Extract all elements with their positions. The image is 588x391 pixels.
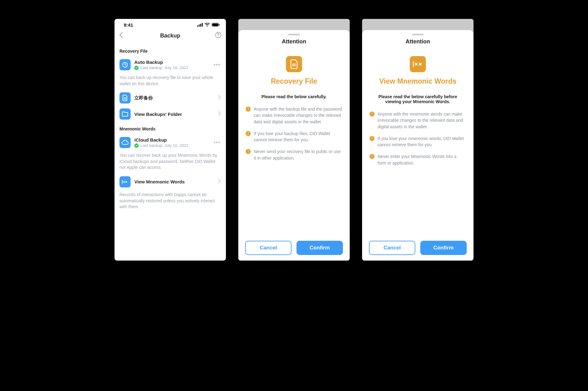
help-button[interactable] bbox=[215, 32, 222, 40]
status-bar: 9:41 bbox=[115, 19, 226, 29]
warning-list: ! Anyone with the mnemonic words can mak… bbox=[369, 111, 467, 166]
sheet-instruction: Please read the below carefully before v… bbox=[369, 94, 467, 104]
warning-text: Never send your recovery file to public … bbox=[254, 148, 342, 161]
row-view-mnemonic[interactable]: View Mnemonic Words bbox=[119, 174, 221, 190]
exclamation-icon: ! bbox=[370, 154, 374, 159]
sheet-title: Attention bbox=[245, 38, 343, 45]
warning-text: If you lose your backup files, DID Walle… bbox=[254, 130, 342, 143]
exclamation-icon: ! bbox=[246, 131, 251, 136]
cancel-label: Cancel bbox=[383, 245, 401, 251]
warning-list: ! Anyone with the backup file and the pa… bbox=[245, 106, 343, 161]
cancel-label: Cancel bbox=[260, 245, 277, 251]
cloud-icon bbox=[119, 137, 131, 148]
row-view-backups-folder[interactable]: View Backups' Folder bbox=[119, 106, 221, 122]
folder-icon bbox=[119, 108, 131, 120]
row-backup-now[interactable]: 立即备份 bbox=[119, 90, 221, 106]
warning-item: ! Never enter your Mnemonic Words into a… bbox=[370, 153, 466, 166]
row-auto-backup[interactable]: Auto Backup Last backup: July 10, 2022 •… bbox=[119, 57, 221, 73]
sheet-heading: View Mnemonic Words bbox=[369, 77, 467, 86]
svg-rect-2 bbox=[200, 24, 201, 27]
sheet-title: Attention bbox=[369, 38, 467, 45]
warning-item: ! Anyone with the mnemonic words can mak… bbox=[370, 111, 466, 130]
more-icon[interactable]: ••• bbox=[213, 62, 221, 68]
backup-now-label: 立即备份 bbox=[134, 95, 218, 101]
confirm-button[interactable]: Confirm bbox=[420, 241, 467, 255]
warning-text: Anyone with the backup file and the pass… bbox=[254, 106, 342, 125]
file-icon bbox=[119, 92, 131, 103]
section-recovery-file: Recovery File bbox=[119, 49, 221, 54]
exclamation-icon: ! bbox=[370, 112, 374, 116]
back-button[interactable] bbox=[119, 32, 123, 39]
clock-icon bbox=[119, 59, 131, 70]
mnemonic-description: You can recover back up your Mnemonic Wo… bbox=[119, 152, 221, 171]
confirm-label: Confirm bbox=[309, 245, 330, 251]
row-icloud-backup[interactable]: iCloud Backup Last backup: July 10, 2022… bbox=[119, 134, 221, 151]
auto-backup-subtitle: Last backup: July 10, 2022 bbox=[141, 65, 188, 70]
svg-rect-6 bbox=[219, 24, 220, 26]
icloud-backup-title: iCloud Backup bbox=[134, 137, 213, 143]
battery-icon bbox=[212, 23, 220, 27]
wifi-icon bbox=[205, 23, 210, 27]
sheet-heading: Recovery File bbox=[245, 77, 343, 86]
phone-recovery-modal: Attention Recovery File Please read the … bbox=[238, 19, 350, 261]
cancel-button[interactable]: Cancel bbox=[245, 241, 292, 255]
password-icon bbox=[119, 176, 131, 187]
recovery-file-description: You can back up recovery file to save yo… bbox=[119, 75, 221, 87]
warning-item: ! If you lose your backup files, DID Wal… bbox=[246, 130, 342, 143]
content: Recovery File Auto Backup Last backup: J… bbox=[115, 42, 226, 213]
attention-sheet-mnemonic: Attention View Mnemonic Words Please rea… bbox=[362, 30, 473, 261]
confirm-button[interactable]: Confirm bbox=[296, 241, 343, 255]
warning-text: If you lose your mnemonic words, DID Wal… bbox=[378, 135, 466, 148]
svg-rect-1 bbox=[199, 24, 200, 27]
warning-item: ! Anyone with the backup file and the pa… bbox=[246, 106, 342, 125]
warning-text: Anyone with the mnemonic words can make … bbox=[378, 111, 466, 130]
nav-bar: Backup bbox=[115, 29, 226, 42]
password-icon bbox=[410, 56, 426, 72]
phone-backup-settings: 9:41 Backup Recovery File bbox=[115, 19, 226, 261]
svg-rect-3 bbox=[202, 23, 203, 27]
exclamation-icon: ! bbox=[370, 136, 374, 141]
svg-rect-0 bbox=[197, 25, 198, 27]
phone-mnemonic-modal: Attention View Mnemonic Words Please rea… bbox=[362, 19, 473, 261]
check-icon bbox=[134, 66, 139, 70]
exclamation-icon: ! bbox=[246, 107, 251, 112]
auto-backup-title: Auto Backup bbox=[134, 59, 213, 65]
sheet-grabber[interactable] bbox=[288, 34, 300, 35]
view-mnemonic-label: View Mnemonic Words bbox=[134, 179, 218, 184]
view-backups-label: View Backups' Folder bbox=[134, 112, 218, 117]
dapps-footnote: Records of interactions with Dapps canno… bbox=[119, 192, 221, 210]
cancel-button[interactable]: Cancel bbox=[369, 241, 415, 255]
help-icon bbox=[215, 32, 222, 38]
warning-text: Never enter your Mnemonic Words into a f… bbox=[378, 153, 466, 166]
more-icon[interactable]: ••• bbox=[213, 139, 221, 146]
svg-rect-5 bbox=[212, 24, 218, 26]
sheet-instruction: Please read the below carefully. bbox=[245, 94, 343, 99]
chevron-right-icon bbox=[218, 111, 221, 117]
file-icon bbox=[286, 56, 302, 72]
chevron-right-icon bbox=[218, 95, 221, 101]
warning-item: ! Never send your recovery file to publi… bbox=[246, 148, 342, 161]
section-mnemonic-words: Mnemonic Words bbox=[119, 126, 221, 131]
warning-item: ! If you lose your mnemonic words, DID W… bbox=[370, 135, 466, 148]
svg-point-8 bbox=[218, 36, 218, 37]
sheet-grabber[interactable] bbox=[412, 34, 424, 35]
chevron-right-icon bbox=[218, 179, 221, 185]
button-row: Cancel Confirm bbox=[245, 235, 343, 255]
confirm-label: Confirm bbox=[433, 245, 453, 251]
button-row: Cancel Confirm bbox=[369, 235, 467, 255]
exclamation-icon: ! bbox=[246, 149, 251, 154]
attention-sheet-recovery: Attention Recovery File Please read the … bbox=[238, 30, 350, 261]
status-icons bbox=[197, 23, 220, 27]
page-title: Backup bbox=[160, 33, 180, 39]
status-time: 9:41 bbox=[124, 22, 133, 28]
check-icon bbox=[134, 143, 139, 148]
chevron-left-icon bbox=[119, 32, 123, 38]
cellular-icon bbox=[197, 23, 203, 27]
icloud-backup-subtitle: Last backup: July 10, 2022 bbox=[141, 143, 188, 148]
